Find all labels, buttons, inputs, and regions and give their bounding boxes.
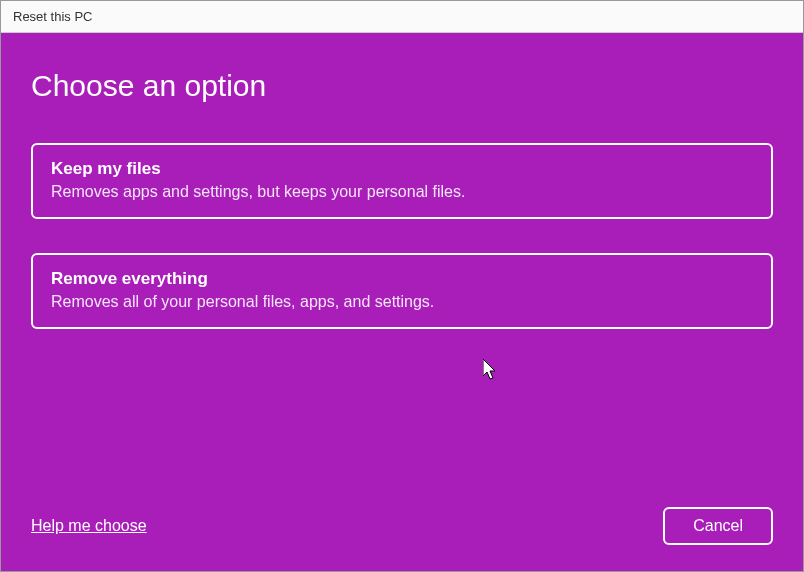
option-remove-everything[interactable]: Remove everything Removes all of your pe…	[31, 253, 773, 329]
option-description: Removes all of your personal files, apps…	[51, 293, 753, 311]
cancel-button[interactable]: Cancel	[663, 507, 773, 545]
footer: Help me choose Cancel	[31, 507, 773, 545]
option-keep-my-files[interactable]: Keep my files Removes apps and settings,…	[31, 143, 773, 219]
window-title-bar: Reset this PC	[1, 1, 803, 33]
content-area: Choose an option Keep my files Removes a…	[1, 33, 803, 571]
option-title: Keep my files	[51, 159, 753, 179]
option-description: Removes apps and settings, but keeps you…	[51, 183, 753, 201]
option-title: Remove everything	[51, 269, 753, 289]
window-title: Reset this PC	[13, 9, 92, 24]
page-heading: Choose an option	[31, 69, 773, 103]
help-me-choose-link[interactable]: Help me choose	[31, 517, 147, 535]
